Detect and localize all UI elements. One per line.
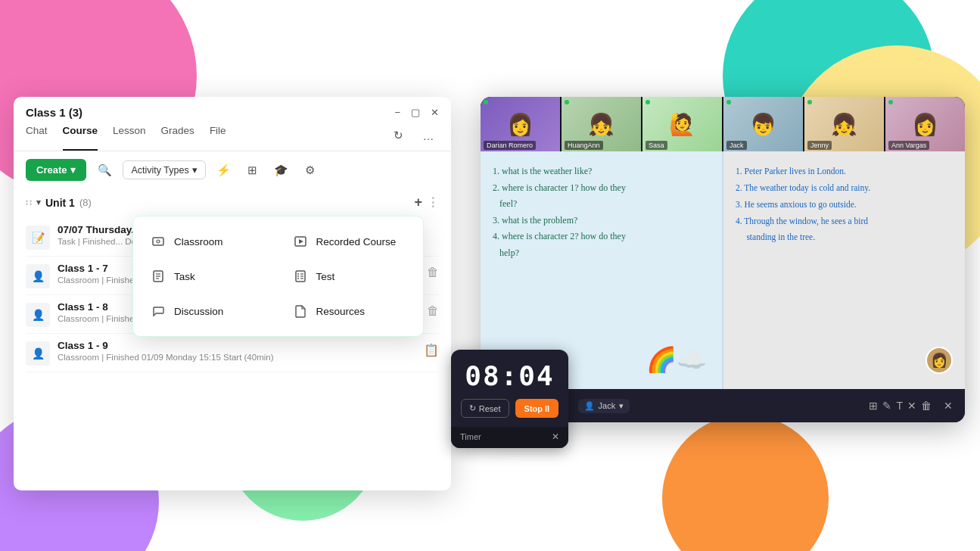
dropdown-item-discussion[interactable]: Discussion [139,295,275,327]
delete-tool-icon[interactable]: 🗑 [921,400,932,412]
unit-count: (8) [79,197,92,208]
active-dot-6 [888,100,893,104]
dropdown-item-resources[interactable]: Resources [282,295,418,327]
class-item-3-action[interactable]: 🗑 [427,304,439,318]
class-item-4-action[interactable]: 📋 [424,343,439,357]
svg-point-11 [297,276,299,277]
recorded-course-menu-icon [292,233,309,250]
unit-label: Unit 1 [45,197,75,209]
active-dot-2 [565,100,569,104]
active-dot-5 [807,100,812,104]
timer-stop-button[interactable]: Stop II [515,399,559,418]
pen-tool-icon[interactable]: ✎ [882,400,891,412]
tab-chat[interactable]: Chat [26,125,48,151]
thumb-label-1: Darian Romero [484,141,536,150]
window-controls: − ▢ ✕ [394,107,439,118]
whiteboard-right: 1. Peter Parker lives in London. 2. The … [723,151,965,389]
grid-icon[interactable]: ⊞ [242,160,263,181]
text-tool-icon[interactable]: T [896,400,903,412]
chevron-down-icon: ▾ [70,164,76,176]
timer-controls: ↻ Reset Stop II [451,399,568,427]
tab-lesson[interactable]: Lesson [113,125,146,151]
svg-point-13 [297,278,299,279]
activity-types-button[interactable]: Activity Types ▾ [123,160,205,179]
active-dot-1 [484,100,488,104]
whiteboard-user[interactable]: 👤 Jack ▾ [578,399,630,413]
user-avatar: 👩 [926,347,953,374]
classroom-icon-4: 👤 [26,341,50,366]
user-chevron: ▾ [619,401,624,411]
content-toolbar: Create ▾ 🔍 Activity Types ▾ ⚡ ⊞ 🎓 ⚙ [14,151,451,188]
unit-header: ∷ ▾ Unit 1 (8) + ⋮ [26,195,439,210]
thumb-label-5: Jenny [807,141,832,150]
whiteboard-tools: ⊞ ✎ T ✕ 🗑 [869,400,932,412]
minimize-button[interactable]: − [394,107,400,118]
svg-marker-3 [299,239,303,244]
timer-footer: Timer ✕ [451,427,568,448]
video-thumb-2[interactable]: 👧 HuangAnn [562,97,641,151]
titlebar: Class 1 (3) − ▢ ✕ [14,97,451,125]
thumb-label-3: Sasa [646,141,667,150]
window-title: Class 1 (3) [26,106,82,119]
timer-reset-button[interactable]: ↻ Reset [461,399,509,418]
filter-icon[interactable]: ⚡ [213,160,235,181]
video-thumbnails: 👩 Darian Romero 👧 HuangAnn 🙋 Sasa 👦 Jack… [481,97,965,151]
dropdown-item-task[interactable]: Task [139,260,275,292]
timer-close-button[interactable]: ✕ [552,431,559,442]
unit-add-button[interactable]: + [414,195,422,210]
video-thumb-4[interactable]: 👦 Jack [723,97,803,151]
video-thumb-1[interactable]: 👩 Darian Romero [481,97,560,151]
create-button[interactable]: Create ▾ [26,159,86,181]
user-icon: 👤 [584,401,595,411]
thumb-label-4: Jack [726,141,747,150]
more-options-icon[interactable]: … [418,125,439,146]
video-thumb-5[interactable]: 👧 Jenny [804,97,884,151]
active-dot-4 [726,100,731,104]
dropdown-arrow-icon: ▾ [192,164,198,176]
dropdown-item-test[interactable]: Test [282,260,418,292]
timer-label: Timer [460,432,481,441]
video-thumb-6[interactable]: 👩 Ann Vargas [885,97,965,151]
class-item-4-name: Class 1 - 9 [58,340,416,351]
task-menu-icon [150,268,166,285]
video-thumb-3[interactable]: 🙋 Sasa [642,97,722,151]
search-icon[interactable]: 🔍 [94,160,115,181]
cross-tool-icon[interactable]: ✕ [907,400,916,412]
maximize-button[interactable]: ▢ [411,107,420,118]
classroom-icon-2: 👤 [26,264,50,288]
dropdown-item-classroom[interactable]: Classroom [139,226,275,257]
test-menu-icon [292,268,309,285]
thumb-label-6: Ann Vargas [888,141,929,150]
grid-tool-icon[interactable]: ⊞ [869,400,878,412]
close-button[interactable]: ✕ [431,107,439,118]
classroom-menu-icon [150,233,166,250]
tab-file[interactable]: File [210,125,226,151]
classroom-icon-3: 👤 [26,303,50,327]
settings-icon[interactable]: ⚙ [300,160,321,181]
drag-handle-icon: ∷ [26,198,32,208]
class-item-2-action[interactable]: 🗑 [427,266,439,279]
class-item-4: 👤 Class 1 - 9 Classroom | Finished 01/09… [26,334,439,372]
whiteboard-close[interactable]: ✕ [944,400,953,412]
right-answers: 1. Peter Parker lives in London. 2. The … [736,163,953,246]
svg-point-1 [157,240,160,243]
dropdown-item-recorded[interactable]: Recorded Course [282,226,418,257]
timer-widget: 08:04 ↻ Reset Stop II Timer ✕ [451,350,568,448]
rainbow-decoration: 🌈☁️ [646,345,707,374]
reset-icon: ↻ [469,403,476,413]
certificate-icon[interactable]: 🎓 [271,160,292,181]
svg-point-9 [297,273,299,275]
active-dot-3 [646,100,650,104]
discussion-menu-icon [150,303,166,319]
unit-more-icon[interactable]: ⋮ [427,195,439,210]
expand-icon[interactable]: ▾ [36,198,41,207]
refresh-icon[interactable]: ↻ [387,125,409,146]
dropdown-grid: Classroom Recorded Course Task [139,226,417,327]
tab-course[interactable]: Course [63,125,98,151]
tab-grades[interactable]: Grades [161,125,194,151]
thumb-label-2: HuangAnn [565,141,603,150]
bg-blob-orange [662,415,829,551]
class-item-4-meta: Classroom | Finished 01/09 Monday 15:15 … [58,353,416,362]
activity-type-dropdown: Classroom Recorded Course Task [132,216,424,337]
left-questions: 1. what is the weather like? 2. where is… [493,163,710,262]
